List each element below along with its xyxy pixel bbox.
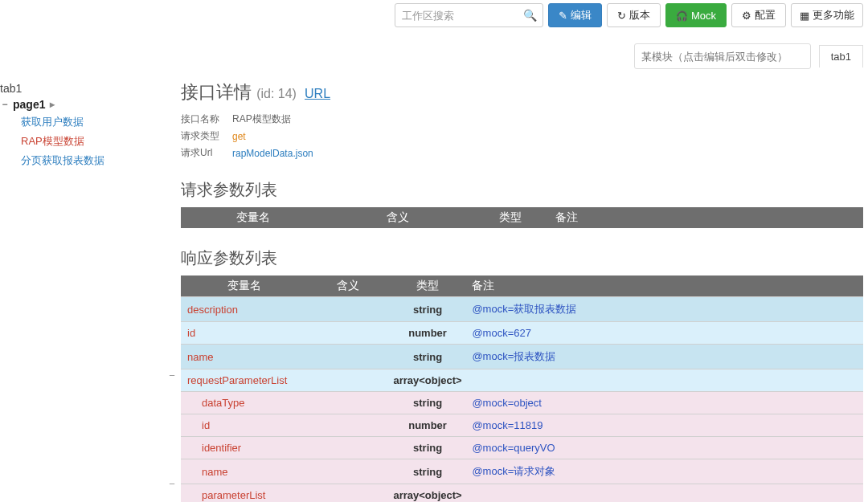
param-name: name [181,345,308,369]
param-note: @mock=请求对象 [467,459,863,484]
param-name: id [181,322,308,345]
collapse-icon[interactable]: − [165,473,179,495]
param-meaning [308,459,388,484]
param-meaning [308,392,388,414]
table-row: dataTypestring@mock=object [181,392,863,414]
param-meaning [308,369,388,392]
param-meaning [308,297,388,322]
col-var: 变量名 [181,275,308,297]
meta-label: 接口名称 [181,112,223,126]
col-meaning: 含义 [326,207,470,228]
meta-value-method: get [232,131,246,142]
param-meaning [308,322,388,345]
table-row: descriptionstring@mock=获取报表数据 [181,297,863,322]
param-type: number [388,322,468,345]
meta-value-name: RAP模型数据 [232,112,291,126]
sidebar-item[interactable]: 分页获取报表数据 [21,151,165,170]
sidebar-item-label[interactable]: RAP模型数据 [21,135,84,147]
pencil-icon [559,10,567,22]
page-title: 接口详情 (id: 14) URL [181,80,863,104]
table-row: requestParameterListarray<object> [181,369,863,392]
response-params-table: 变量名 含义 类型 备注 descriptionstring@mock=获取报表… [181,275,863,502]
sidebar-item-label[interactable]: 分页获取报表数据 [21,154,104,166]
param-note: @mock=object [467,392,863,414]
param-name: identifier [181,437,308,459]
collapse-icon[interactable]: − [165,365,179,386]
module-name-input[interactable] [634,43,811,69]
collapse-icon[interactable]: − [0,99,10,110]
wrench-icon [742,10,751,22]
col-type: 类型 [470,207,551,228]
col-type: 类型 [388,275,468,297]
param-note [467,484,863,503]
api-id: (id: 14) [256,87,297,100]
response-params-title: 响应参数列表 [181,247,863,269]
mock-button-label: Mock [691,10,716,22]
col-meaning: 含义 [308,275,388,297]
table-row: idnumber@mock=11819 [181,414,863,437]
headset-icon [676,10,688,22]
table-row: identifierstring@mock=queryVO [181,437,863,459]
meta-label: 请求Url [181,146,223,160]
request-params-title: 请求参数列表 [181,179,863,201]
param-type: string [388,392,468,414]
edit-button-label: 编辑 [571,8,592,22]
table-row: parameterListarray<object> [181,484,863,503]
param-type: string [388,297,468,322]
table-row: namestring@mock=报表数据 [181,345,863,369]
request-params-table: 变量名 含义 类型 备注 [181,207,863,228]
workspace-search-input[interactable] [395,3,543,27]
sidebar-item[interactable]: 获取用户数据 [21,112,165,132]
refresh-icon [617,10,626,22]
more-functions-button[interactable]: 更多功能 [791,3,863,27]
tree-root-tab[interactable]: tab1 [0,80,165,96]
param-meaning [308,345,388,369]
config-button-label: 配置 [755,8,776,22]
module-tab[interactable]: tab1 [819,45,863,67]
sidebar-item-label[interactable]: 获取用户数据 [21,116,84,128]
param-meaning [308,437,388,459]
param-name: parameterList [181,484,308,503]
param-meaning [308,414,388,437]
edit-button[interactable]: 编辑 [548,3,602,27]
param-type: string [388,459,468,484]
meta-label: 请求类型 [181,129,223,143]
url-link[interactable]: URL [305,87,330,100]
param-name: id [181,414,308,437]
param-note: @mock=获取报表数据 [467,297,863,322]
grid-icon [800,10,809,22]
more-functions-label: 更多功能 [813,8,854,22]
param-note: @mock=11819 [467,414,863,437]
param-type: string [388,437,468,459]
param-note: @mock=报表数据 [467,345,863,369]
chevron-right-icon: ▸ [50,99,55,110]
page-title-text: 接口详情 [181,82,252,102]
version-button[interactable]: 版本 [607,3,661,27]
param-name: dataType [181,392,308,414]
version-button-label: 版本 [629,8,650,22]
param-type: array<object> [388,369,468,392]
param-type: array<object> [388,484,468,503]
tree-page-node[interactable]: − page1 ▸ [0,96,165,112]
param-name: name [181,459,308,484]
col-note: 备注 [551,207,863,228]
sidebar-item[interactable]: RAP模型数据 [21,132,165,151]
param-name: description [181,297,308,322]
col-var: 变量名 [181,207,326,228]
tree-page-label: page1 [13,98,45,111]
mock-button[interactable]: Mock [665,3,727,27]
param-note: @mock=627 [467,322,863,345]
param-note [467,369,863,392]
table-row: namestring@mock=请求对象 [181,459,863,484]
param-note: @mock=queryVO [467,437,863,459]
param-name: requestParameterList [181,369,308,392]
param-type: string [388,345,468,369]
param-meaning [308,484,388,503]
col-note: 备注 [467,275,863,297]
param-type: number [388,414,468,437]
config-button[interactable]: 配置 [731,3,786,27]
meta-value-url[interactable]: rapModelData.json [232,148,313,159]
table-row: idnumber@mock=627 [181,322,863,345]
